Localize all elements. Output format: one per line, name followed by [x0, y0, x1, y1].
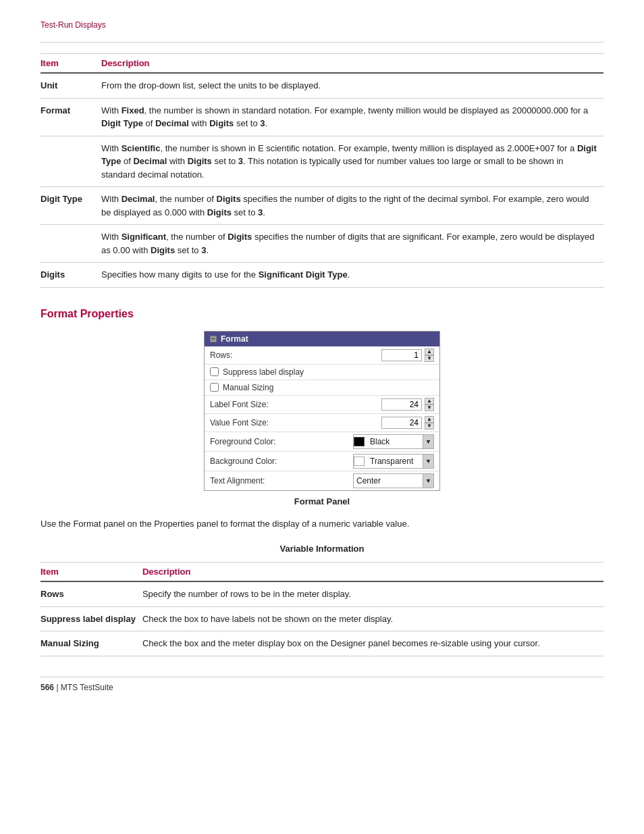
section-title: Format Properties [41, 308, 603, 320]
foreground-color-swatch [354, 437, 365, 446]
value-font-size-up[interactable]: ▲ [425, 416, 434, 423]
value-font-size-row: Value Font Size: ▲ ▼ [205, 414, 439, 432]
foreground-color-row: Foreground Color: Black ▼ [205, 432, 439, 452]
table-row: Digit Type With Decimal, the number of D… [41, 187, 603, 225]
desc-digit-type-1: With Decimal, the number of Digits speci… [101, 187, 603, 225]
desc-rows: Specify the number of rows to be in the … [142, 581, 603, 606]
table-row: With Scientific, the number is shown in … [41, 136, 603, 187]
desc-manual-sizing: Check the box and the meter display box … [142, 631, 603, 656]
label-font-size-spinner[interactable]: ▲ ▼ [425, 398, 434, 411]
table2-col2-header: Description [142, 563, 603, 582]
value-font-size-down[interactable]: ▼ [425, 423, 434, 429]
suppress-label: Suppress label display [223, 367, 434, 377]
format-panel-box: − Format Rows: ▲ ▼ Suppress label displa… [204, 331, 440, 491]
text-alignment-value: Center [354, 475, 423, 486]
item-rows: Rows [41, 581, 142, 606]
manual-sizing-row: Manual Sizing [205, 380, 439, 396]
item-manual-sizing: Manual Sizing [41, 631, 142, 656]
background-color-label: Background Color: [210, 457, 353, 466]
format-panel-caption: Format Panel [294, 496, 350, 506]
manual-sizing-label: Manual Sizing [223, 383, 434, 392]
format-panel-container: − Format Rows: ▲ ▼ Suppress label displa… [41, 331, 603, 506]
product-name: MTS TestSuite [61, 683, 113, 692]
sub-section-title: Variable Information [41, 544, 603, 554]
label-font-size-row: Label Font Size: ▲ ▼ [205, 396, 439, 414]
item-unit: Unit [41, 73, 101, 98]
background-color-control[interactable]: Transparent ▼ [353, 454, 434, 469]
desc-digit-type-2: With Significant, the number of Digits s… [101, 225, 603, 263]
foreground-color-label: Foreground Color: [210, 437, 353, 446]
page-container: Test-Run Displays Item Description Unit … [0, 0, 644, 719]
value-font-size-spinner[interactable]: ▲ ▼ [425, 416, 434, 429]
format-description: Use the Format panel on the Properties p… [41, 517, 603, 531]
item-format: Format [41, 98, 101, 136]
text-alignment-dropdown[interactable]: Center ▼ [353, 473, 434, 488]
table2-col1-header: Item [41, 563, 142, 582]
background-color-swatch [354, 457, 365, 466]
table1-col2-header: Description [101, 54, 603, 74]
table-row: Manual Sizing Check the box and the mete… [41, 631, 603, 656]
page-footer: 566 | MTS TestSuite [41, 677, 603, 692]
manual-sizing-checkbox[interactable] [210, 383, 219, 392]
table-row: Unit From the drop-down list, select the… [41, 73, 603, 98]
text-alignment-dropdown-arrow[interactable]: ▼ [423, 474, 433, 488]
page-number: 566 [41, 683, 54, 692]
table-row: Rows Specify the number of rows to be in… [41, 581, 603, 606]
item-digits: Digits [41, 263, 101, 288]
rows-input[interactable] [381, 349, 422, 361]
rows-label: Rows: [210, 350, 381, 360]
label-font-size-label: Label Font Size: [210, 400, 381, 409]
background-color-value: Transparent [367, 456, 423, 467]
item-digit-type: Digit Type [41, 187, 101, 225]
suppress-checkbox[interactable] [210, 367, 219, 376]
rows-spinner[interactable]: ▲ ▼ [425, 348, 434, 362]
foreground-dropdown-arrow[interactable]: ▼ [423, 435, 433, 448]
item-suppress: Suppress label display [41, 606, 142, 631]
label-font-size-control[interactable]: ▲ ▼ [381, 398, 434, 411]
table-row: Digits Specifies how many digits to use … [41, 263, 603, 288]
table1: Item Description Unit From the drop-down… [41, 53, 603, 288]
label-font-size-down[interactable]: ▼ [425, 405, 434, 411]
background-color-row: Background Color: Transparent ▼ [205, 452, 439, 471]
text-alignment-label: Text Alignment: [210, 476, 353, 486]
table-row: Format With Fixed, the number is shown i… [41, 98, 603, 136]
table1-col1-header: Item [41, 54, 101, 74]
suppress-row: Suppress label display [205, 365, 439, 380]
rows-up[interactable]: ▲ [425, 348, 434, 355]
value-font-size-input[interactable] [381, 417, 422, 429]
desc-suppress: Check the box to have labels not be show… [142, 606, 603, 631]
format-panel-header: − Format [205, 332, 439, 346]
text-alignment-row: Text Alignment: Center ▼ [205, 471, 439, 490]
value-font-size-label: Value Font Size: [210, 418, 381, 427]
desc-format-1: With Fixed, the number is shown in stand… [101, 98, 603, 136]
foreground-color-value: Black [367, 436, 423, 447]
panel-header-label: Format [221, 334, 248, 344]
label-font-size-input[interactable] [381, 398, 422, 411]
collapse-icon[interactable]: − [210, 336, 217, 342]
desc-unit: From the drop-down list, select the unit… [101, 73, 603, 98]
text-alignment-control[interactable]: Center ▼ [353, 473, 434, 488]
table2: Item Description Rows Specify the number… [41, 562, 603, 656]
value-font-size-control[interactable]: ▲ ▼ [381, 416, 434, 429]
table-row: Suppress label display Check the box to … [41, 606, 603, 631]
background-dropdown-arrow[interactable]: ▼ [423, 454, 433, 468]
rows-down[interactable]: ▼ [425, 355, 434, 362]
background-color-dropdown[interactable]: Transparent ▼ [353, 454, 434, 469]
breadcrumb: Test-Run Displays [41, 20, 603, 30]
foreground-color-control[interactable]: Black ▼ [353, 434, 434, 449]
table-row: With Significant, the number of Digits s… [41, 225, 603, 263]
rows-row: Rows: ▲ ▼ [205, 346, 439, 365]
rows-control[interactable]: ▲ ▼ [381, 348, 434, 362]
label-font-size-up[interactable]: ▲ [425, 398, 434, 405]
foreground-color-dropdown[interactable]: Black ▼ [353, 434, 434, 449]
desc-digits: Specifies how many digits to use for the… [101, 263, 603, 288]
desc-format-2: With Scientific, the number is shown in … [101, 136, 603, 187]
